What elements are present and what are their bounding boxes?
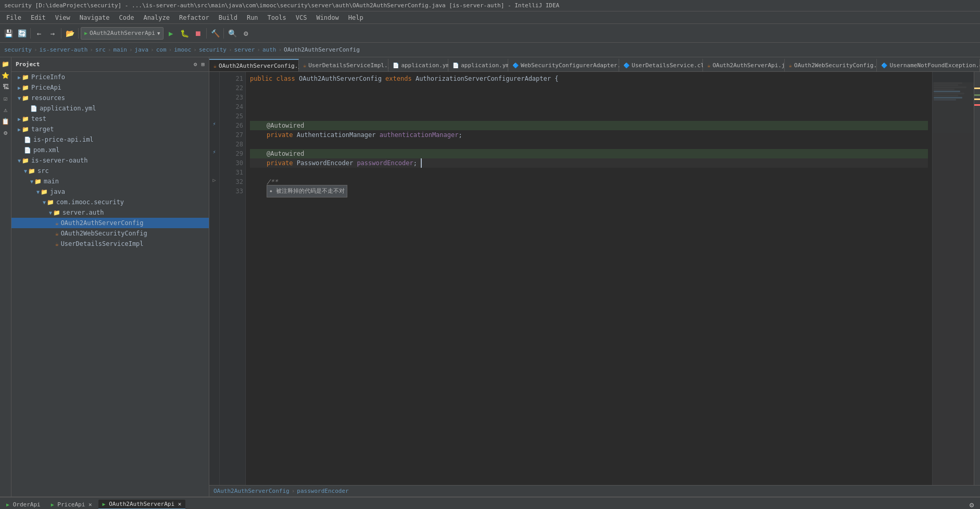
menu-edit[interactable]: Edit	[27, 13, 50, 22]
run-tab-order-api[interactable]: ▶ OrderApi	[2, 500, 45, 509]
breadcrumb-server[interactable]: server	[234, 46, 255, 53]
gutter-line-22	[209, 81, 219, 91]
tab-user-details-service[interactable]: 🔷 UserDetailsService.class ✕	[619, 59, 703, 71]
code-line-24	[250, 102, 928, 111]
project-expand-icon[interactable]: ⊞	[201, 61, 205, 68]
gutter-line-24	[209, 100, 219, 109]
code-line-32: /**	[250, 177, 928, 187]
menu-code[interactable]: Code	[115, 13, 139, 22]
editor-breadcrumb-field[interactable]: passwordEncoder	[297, 488, 348, 494]
run-tab-oauth2-api[interactable]: ▶ OAuth2AuthServerApi ✕	[98, 500, 186, 509]
toolbar-search[interactable]: 🔍	[226, 27, 238, 40]
toolbar-sync[interactable]: 🔄	[16, 27, 28, 40]
menu-analyze[interactable]: Analyze	[139, 13, 174, 22]
tree-item-pom[interactable]: 📄 pom.xml	[11, 145, 209, 155]
breadcrumb-is-server-auth[interactable]: is-server-auth	[40, 46, 88, 53]
toolbar-sep-2	[61, 28, 61, 39]
tab-oauth2-config[interactable]: ☕ OAuth2AuthServerConfig.java ✕	[209, 59, 299, 71]
tree-item-com-imooc-security[interactable]: ▼ 📁 com.imooc.security	[11, 197, 209, 207]
code-line-28	[250, 140, 928, 149]
tree-item-main[interactable]: ▼ 📁 main	[11, 176, 209, 187]
code-line-30: private PasswordEncoder passwordEncoder;	[250, 158, 928, 168]
toolbar-settings[interactable]: ⚙	[240, 27, 252, 40]
tree-item-priceapi[interactable]: ▶ 📁 PriceApi	[11, 82, 209, 93]
code-editor[interactable]: ⚡ ⚡ ▷ 21 22 23 24 25 26 27 28 29 30	[209, 72, 980, 485]
toolbar-stop-button[interactable]: ⏹	[192, 27, 204, 40]
project-header: Project ⚙ ⊞	[11, 57, 209, 72]
tab-web-security-adapter[interactable]: 🔷 WebSecurityConfigurerAdapter.class ✕	[508, 59, 619, 71]
gutter-line-32: ▷	[209, 175, 219, 184]
code-line-27: private AuthenticationManager authentica…	[250, 130, 928, 140]
menu-vcs[interactable]: VCS	[292, 13, 311, 22]
breadcrumb-java[interactable]: java	[135, 46, 149, 53]
toolbar-sep-3	[78, 28, 79, 39]
menu-help[interactable]: Help	[344, 13, 368, 22]
menu-refactor[interactable]: Refactor	[175, 13, 213, 22]
tree-item-src[interactable]: ▼ 📁 src	[11, 166, 209, 176]
tab-username-not-found[interactable]: 🔷 UsernameNotFoundException.class ✕	[877, 59, 980, 71]
tree-item-target[interactable]: ▶ 📁 target	[11, 124, 209, 134]
editor-breadcrumb-config[interactable]: OAuth2AuthServerConfig	[213, 488, 290, 494]
tab-class-icon-3: 🔷	[881, 63, 887, 68]
gutter-line-30	[209, 156, 219, 166]
code-line-25	[250, 111, 928, 121]
tree-item-user-details-service[interactable]: ☕ UserDetailsServiceImpl	[11, 239, 209, 249]
tree-item-priceinfo[interactable]: ▶ 📁 PriceInfo	[11, 72, 209, 82]
toolbar-back[interactable]: ←	[33, 27, 45, 40]
breadcrumb-imooc[interactable]: imooc	[174, 46, 191, 53]
tab-oauth2-web-security-config[interactable]: ☕ OAuth2WebSecurityConfig.java ✕	[785, 59, 877, 71]
tab-application-yml-2[interactable]: 📄 application.yml ✕	[448, 59, 508, 71]
tree-item-oauth2-web-security[interactable]: ☕ OAuth2WebSecurityConfig	[11, 228, 209, 239]
tree-item-application-yml[interactable]: 📄 application.yml	[11, 103, 209, 114]
sidebar-project-icon[interactable]: 📁	[1, 59, 10, 69]
tab-oauth2-auth-server-api[interactable]: ☕ OAuth2AuthServerApi.java ✕	[703, 59, 785, 71]
breadcrumb-security[interactable]: security	[4, 46, 32, 53]
gutter-line-23	[209, 91, 219, 100]
title-text: security [D:\ideaProject\security] - ...…	[4, 2, 559, 9]
sidebar-settings-icon[interactable]: ⚙	[1, 128, 10, 138]
breadcrumb-main[interactable]: main	[113, 46, 127, 53]
sidebar-event-log-icon[interactable]: 📋	[1, 117, 10, 126]
menu-tools[interactable]: Tools	[263, 13, 291, 22]
tree-item-resources[interactable]: ▼ 📁 resources	[11, 93, 209, 103]
tab-user-details-impl[interactable]: ☕ UserDetailsServiceImpl.java ✕	[299, 59, 388, 71]
breadcrumb-com[interactable]: com	[156, 46, 167, 53]
menu-file[interactable]: File	[2, 13, 26, 22]
toolbar-save-all[interactable]: 💾	[2, 27, 15, 40]
tab-bar: ☕ OAuth2AuthServerConfig.java ✕ ☕ UserDe…	[209, 57, 980, 72]
sidebar-problems-icon[interactable]: ⚠	[1, 105, 10, 115]
breadcrumb-auth[interactable]: auth	[262, 46, 277, 53]
code-line-29: @Autowired	[250, 149, 928, 158]
breadcrumb-src[interactable]: src	[95, 46, 106, 53]
toolbar-recent-files[interactable]: 📂	[64, 27, 76, 40]
run-tab-price-api[interactable]: ▶ PriceApi ✕	[47, 500, 96, 509]
tree-item-test[interactable]: ▶ 📁 test	[11, 114, 209, 124]
toolbar-run-button[interactable]: ▶	[165, 27, 177, 40]
breadcrumb-security-node[interactable]: security	[199, 46, 227, 53]
tree-item-iml[interactable]: 📄 is-price-api.iml	[11, 134, 209, 145]
sidebar-todo-icon[interactable]: ☑	[1, 94, 10, 103]
tree-item-java[interactable]: ▼ 📁 java	[11, 187, 209, 197]
tree-item-is-server-oauth[interactable]: ▼ 📁 is-server-oauth	[11, 155, 209, 166]
menu-run[interactable]: Run	[243, 13, 262, 22]
run-panel-settings-icon[interactable]: ⚙	[965, 499, 978, 510]
tree-item-server-auth[interactable]: ▼ 📁 server.auth	[11, 207, 209, 218]
gutter-line-27	[209, 128, 219, 138]
toolbar-debug-button[interactable]: 🐛	[178, 27, 191, 40]
code-content[interactable]: public class OAuth2AuthServerConfig exte…	[246, 72, 932, 485]
main-layout: 📁 ⭐ 🏗 ☑ ⚠ 📋 ⚙ Project ⚙ ⊞ ▶ 📁 PriceInfo	[0, 57, 980, 496]
sidebar-favorites-icon[interactable]: ⭐	[1, 71, 10, 80]
menu-view[interactable]: View	[51, 13, 74, 22]
sidebar-structure-icon[interactable]: 🏗	[1, 82, 10, 92]
gutter-line-33	[209, 184, 219, 194]
toolbar-build[interactable]: 🔨	[209, 27, 221, 40]
menu-navigate[interactable]: Navigate	[76, 13, 114, 22]
menu-build[interactable]: Build	[215, 13, 242, 22]
tree-item-oauth2-config[interactable]: ☕ OAuth2AuthServerConfig	[11, 218, 209, 228]
project-gear-icon[interactable]: ⚙	[194, 61, 197, 68]
code-line-22	[250, 83, 928, 93]
menu-window[interactable]: Window	[312, 13, 343, 22]
run-config-dropdown[interactable]: ▶ OAuth2AuthServerApi ▼	[81, 27, 164, 40]
toolbar-forward[interactable]: →	[46, 27, 59, 40]
tab-application-yml-1[interactable]: 📄 application.yml ✕	[388, 59, 448, 71]
